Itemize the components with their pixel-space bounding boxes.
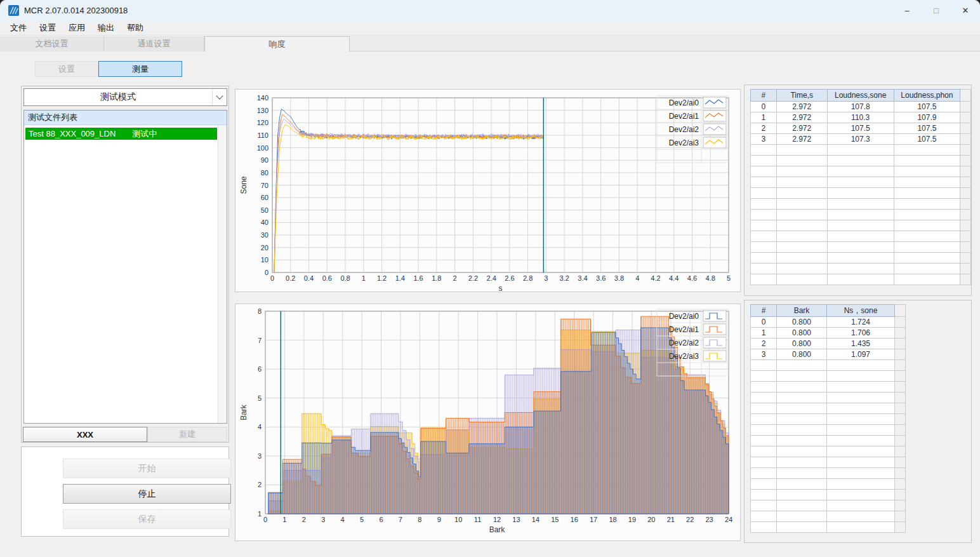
column-header: Time,s <box>776 90 827 102</box>
svg-text:3: 3 <box>321 516 325 523</box>
table-row[interactable]: 22.972107.5107.5 <box>751 123 971 134</box>
table-cell: 107.5 <box>894 102 960 112</box>
table-row[interactable]: 02.972107.8107.5 <box>751 102 971 112</box>
svg-text:3: 3 <box>258 452 262 460</box>
table-cell <box>827 522 895 533</box>
svg-text:3.2: 3.2 <box>560 274 569 282</box>
chevron-down-icon[interactable] <box>212 89 227 105</box>
main-tab-strip: 文档设置 通道设置 响度 <box>0 36 980 51</box>
table-cell: 2 <box>751 339 777 349</box>
table-cell <box>776 199 827 210</box>
table-cell <box>751 166 777 177</box>
table-cell <box>894 177 960 188</box>
specific-loudness-chart[interactable]: 0123456789101112131415161718192021222324… <box>235 304 741 542</box>
svg-text:19: 19 <box>628 516 636 523</box>
table-row[interactable]: 10.8001.706 <box>751 328 906 339</box>
svg-text:4.6: 4.6 <box>687 274 697 282</box>
table-cell <box>776 177 827 188</box>
tab-channel-settings[interactable]: 通道设置 <box>104 36 204 51</box>
table-row[interactable]: 30.8001.097 <box>751 349 906 360</box>
table-gutter <box>960 145 971 156</box>
table-cell <box>827 468 895 479</box>
table-cell <box>777 511 827 522</box>
table-cell: 1.724 <box>827 317 895 328</box>
svg-text:0: 0 <box>270 274 274 282</box>
table-gutter <box>960 123 971 134</box>
table-gutter <box>895 446 906 457</box>
table-gutter <box>960 156 971 166</box>
table-gutter <box>960 134 971 145</box>
table-cell <box>827 253 894 264</box>
table-cell <box>827 393 895 403</box>
svg-text:80: 80 <box>261 169 268 177</box>
table-row <box>751 188 971 199</box>
table-cell <box>827 500 895 511</box>
tab-loudness[interactable]: 响度 <box>204 36 350 51</box>
table-row <box>751 231 971 242</box>
svg-text:2: 2 <box>302 516 306 523</box>
save-button[interactable]: 保存 <box>63 509 231 529</box>
table-row[interactable]: 12.972110.3107.9 <box>751 112 971 123</box>
table-cell: 1 <box>751 112 777 123</box>
table-row <box>751 166 971 177</box>
table-gutter <box>960 231 971 242</box>
table-cell: 3 <box>751 349 777 360</box>
table-cell <box>751 446 777 457</box>
tab-document-settings[interactable]: 文档设置 <box>0 36 104 51</box>
table-gutter <box>895 468 906 479</box>
xxx-button[interactable]: XXX <box>23 427 147 442</box>
svg-text:130: 130 <box>257 107 268 114</box>
minimize-button[interactable]: – <box>892 0 922 21</box>
table-row <box>751 479 906 490</box>
menu-application[interactable]: 应用 <box>62 21 91 35</box>
list-scrollbar[interactable] <box>218 125 227 423</box>
table-cell: 3 <box>751 134 777 145</box>
start-button[interactable]: 开始 <box>63 459 231 478</box>
svg-text:Dev2/ai2: Dev2/ai2 <box>669 339 699 347</box>
test-mode-dropdown[interactable]: 测试模式 <box>23 88 227 106</box>
menu-file[interactable]: 文件 <box>4 21 33 35</box>
table-gutter <box>895 511 906 522</box>
test-file-list-body: Test 88_XXX_009_LDN 测试中 <box>24 125 218 423</box>
table-cell <box>751 231 777 242</box>
measure-subtab-button[interactable]: 测量 <box>98 61 182 77</box>
stop-button[interactable]: 停止 <box>63 484 231 504</box>
list-item-test-file[interactable]: Test 88_XXX_009_LDN 测试中 <box>25 128 217 140</box>
maximize-button[interactable]: □ <box>922 0 951 21</box>
svg-text:0.8: 0.8 <box>340 274 350 282</box>
svg-text:Dev2/ai2: Dev2/ai2 <box>669 125 699 134</box>
table-cell <box>894 274 960 285</box>
table-cell <box>751 382 777 393</box>
svg-text:3.4: 3.4 <box>578 274 587 282</box>
close-button[interactable]: ✕ <box>951 0 980 21</box>
table-row <box>751 425 906 436</box>
table-row[interactable]: 32.972107.3107.5 <box>751 134 971 145</box>
table-row <box>751 446 906 457</box>
settings-subtab-button[interactable]: 设置 <box>35 61 98 77</box>
table-gutter <box>895 317 906 328</box>
table-cell <box>827 188 894 199</box>
menu-output[interactable]: 输出 <box>91 21 121 35</box>
table-cell <box>751 274 777 285</box>
table-row[interactable]: 20.8001.435 <box>751 339 906 349</box>
new-button[interactable]: 新建 <box>147 427 227 442</box>
table-gutter <box>960 199 971 210</box>
svg-text:Sone: Sone <box>239 176 248 194</box>
table-row <box>751 199 971 210</box>
loudness-time-chart-panel: 00.20.40.60.811.21.41.61.822.22.42.62.83… <box>235 89 741 292</box>
loudness-time-chart[interactable]: 00.20.40.60.811.21.41.61.822.22.42.62.83… <box>235 90 741 293</box>
table-cell <box>777 468 827 479</box>
menu-settings[interactable]: 设置 <box>33 21 62 35</box>
table-cell <box>827 166 894 177</box>
menu-help[interactable]: 帮助 <box>121 21 150 35</box>
table-cell <box>894 188 960 199</box>
table-row <box>751 156 971 166</box>
table-cell <box>827 360 895 371</box>
svg-text:4.8: 4.8 <box>706 274 715 282</box>
svg-text:50: 50 <box>261 206 268 214</box>
table-cell <box>827 403 895 414</box>
svg-text:100: 100 <box>257 144 268 152</box>
table-row[interactable]: 00.8001.724 <box>751 317 906 328</box>
table-gutter <box>895 479 906 490</box>
table-row <box>751 145 971 156</box>
